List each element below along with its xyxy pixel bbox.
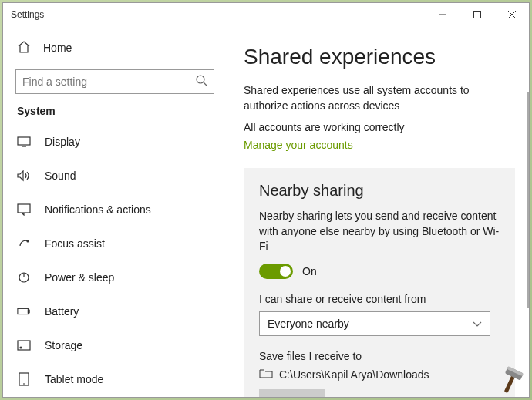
search-input[interactable] bbox=[15, 69, 214, 94]
nearby-toggle[interactable] bbox=[259, 264, 293, 279]
chevron-down-icon bbox=[473, 318, 482, 330]
change-button[interactable]: Change bbox=[259, 389, 325, 397]
nav-display[interactable]: Display bbox=[3, 125, 227, 159]
nearby-heading: Nearby sharing bbox=[259, 182, 500, 200]
nav-label: Display bbox=[45, 136, 80, 148]
focus-assist-icon bbox=[17, 237, 31, 250]
storage-icon bbox=[17, 338, 31, 352]
svg-rect-18 bbox=[504, 375, 516, 393]
home-link[interactable]: Home bbox=[3, 32, 227, 63]
svg-rect-13 bbox=[28, 310, 29, 313]
nearby-description: Nearby sharing lets you send and receive… bbox=[259, 209, 500, 254]
hammer-watermark-icon bbox=[495, 363, 529, 397]
nav-storage[interactable]: Storage bbox=[3, 328, 227, 362]
minimize-button[interactable] bbox=[425, 3, 460, 26]
nav-tablet-mode[interactable]: Tablet mode bbox=[3, 362, 227, 396]
svg-rect-8 bbox=[18, 204, 30, 213]
nav-label: Notifications & actions bbox=[45, 203, 151, 216]
manage-accounts-link[interactable]: Manage your accounts bbox=[244, 139, 353, 151]
sound-icon bbox=[17, 169, 31, 183]
nav-label: Tablet mode bbox=[45, 373, 103, 385]
accounts-status: All accounts are working correctly bbox=[244, 121, 520, 133]
nav-label: Sound bbox=[45, 170, 76, 182]
display-icon bbox=[17, 135, 31, 149]
svg-line-5 bbox=[204, 82, 207, 86]
settings-window: Settings Home System Display Sound bbox=[2, 2, 530, 398]
save-files-label: Save files I receive to bbox=[259, 350, 500, 362]
svg-point-4 bbox=[197, 76, 204, 83]
notifications-icon bbox=[17, 203, 31, 217]
nearby-sharing-section: Nearby sharing Nearby sharing lets you s… bbox=[244, 168, 515, 397]
save-path-row: C:\Users\Kapil Arya\Downloads bbox=[259, 368, 500, 382]
dropdown-value: Everyone nearby bbox=[268, 318, 349, 330]
tablet-icon bbox=[17, 372, 31, 386]
page-description: Shared experiences use all system accoun… bbox=[244, 83, 506, 113]
titlebar: Settings bbox=[3, 3, 529, 26]
search-icon bbox=[195, 74, 207, 89]
window-title: Settings bbox=[11, 9, 44, 20]
nav-battery[interactable]: Battery bbox=[3, 294, 227, 328]
svg-rect-6 bbox=[18, 137, 30, 145]
nav-focus-assist[interactable]: Focus assist bbox=[3, 227, 227, 261]
share-from-label: I can share or receive content from bbox=[259, 293, 500, 305]
svg-point-15 bbox=[20, 347, 22, 348]
battery-icon bbox=[17, 304, 31, 318]
search-field[interactable] bbox=[22, 76, 195, 88]
toggle-state-label: On bbox=[302, 265, 317, 277]
svg-rect-12 bbox=[18, 308, 29, 314]
power-icon bbox=[17, 271, 31, 284]
folder-icon bbox=[259, 368, 273, 382]
page-title: Shared experiences bbox=[244, 45, 520, 69]
main-panel: Shared experiences Shared experiences us… bbox=[227, 26, 529, 397]
svg-rect-14 bbox=[18, 341, 30, 350]
nav-notifications[interactable]: Notifications & actions bbox=[3, 193, 227, 227]
sidebar: Home System Display Sound Notifications … bbox=[3, 26, 227, 397]
close-button[interactable] bbox=[494, 3, 529, 26]
save-path-text: C:\Users\Kapil Arya\Downloads bbox=[279, 368, 429, 381]
home-label: Home bbox=[43, 42, 72, 54]
category-heading: System bbox=[3, 105, 227, 125]
nav-sound[interactable]: Sound bbox=[3, 159, 227, 193]
nav-label: Storage bbox=[45, 339, 82, 351]
nav-label: Battery bbox=[45, 305, 79, 318]
nav-label: Focus assist bbox=[45, 237, 105, 250]
maximize-button[interactable] bbox=[460, 3, 494, 26]
svg-rect-1 bbox=[473, 12, 480, 18]
nav-label: Power & sleep bbox=[45, 271, 114, 284]
nav-power-sleep[interactable]: Power & sleep bbox=[3, 261, 227, 294]
share-from-dropdown[interactable]: Everyone nearby bbox=[259, 311, 490, 336]
svg-point-9 bbox=[27, 240, 29, 242]
scrollbar[interactable] bbox=[527, 92, 529, 308]
home-icon bbox=[17, 40, 31, 56]
